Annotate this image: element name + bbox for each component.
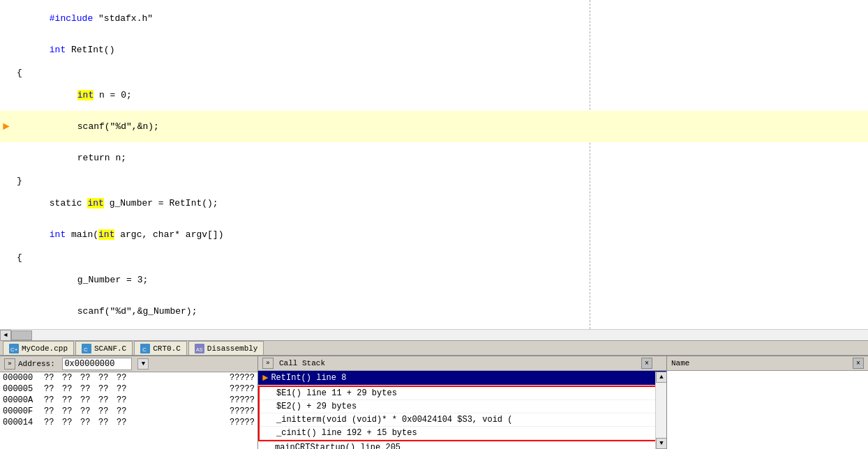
svg-text:C: C: [142, 347, 147, 353]
call-stack-item-0-text: RetInt() line 8: [271, 373, 346, 383]
code-line-13-content: return g_Number;: [3, 327, 165, 329]
scroll-left-button[interactable]: ◄: [0, 330, 11, 341]
tab-disassembly-label: Disassembly: [207, 344, 258, 353]
code-line-7-content: }: [3, 176, 22, 186]
code-line-9: int main(int argc, char* argv[]): [0, 219, 868, 250]
call-stack-panel: » Call Stack × ► RetInt() line 8 $E1() l…: [258, 356, 667, 449]
call-stack-arrow-0: ►: [262, 372, 268, 383]
memory-row-4: 000014 ?? ?? ?? ?? ?? ?????: [0, 417, 257, 428]
call-stack-item-3-text: _initterm(void (void)* * 0x00424104 $S3,…: [276, 415, 512, 425]
c-icon-2: C: [140, 344, 150, 353]
code-line-7: }: [0, 174, 868, 188]
asm-icon: AS: [195, 344, 204, 353]
mem-bytes-1: ?? ?? ?? ?? ??: [44, 384, 227, 394]
call-stack-item-4[interactable]: mainCRTStartup() line 205: [258, 441, 666, 449]
svg-text:C+: C+: [10, 347, 18, 353]
bottom-panels: » Address: ▼ 000000 ?? ?? ?? ?? ?? ?????…: [0, 356, 868, 449]
address-scroll-btn[interactable]: ▼: [137, 358, 149, 370]
address-input[interactable]: [62, 358, 132, 370]
int-kw-1: int: [50, 45, 66, 55]
memory-row-1: 000005 ?? ?? ?? ?? ?? ?????: [0, 383, 257, 395]
mem-addr-0: 000000: [3, 373, 41, 383]
scrollbar-up-btn[interactable]: ▲: [656, 372, 667, 383]
memory-panel: » Address: ▼ 000000 ?? ?? ?? ?? ?? ?????…: [0, 356, 258, 449]
debug-arrow: ►: [3, 121, 10, 133]
address-label-header: Address:: [18, 360, 59, 368]
int-kw-5: int: [98, 229, 114, 240]
mem-chars-2: ?????: [230, 395, 255, 405]
memory-panel-expand[interactable]: »: [4, 358, 15, 370]
call-stack-item-4-text: mainCRTStartup() line 205: [275, 443, 401, 449]
tab-disassembly[interactable]: AS Disassembly: [188, 341, 264, 355]
tab-scanf-c[interactable]: C SCANF.C: [75, 341, 133, 355]
call-stack-item-0[interactable]: ► RetInt() line 8: [258, 371, 666, 386]
code-line-11-content: g_Number = 3;: [3, 264, 148, 296]
call-stack-header: » Call Stack ×: [258, 356, 666, 371]
memory-table: 000000 ?? ?? ?? ?? ?? ????? 000005 ?? ??…: [0, 372, 257, 428]
mem-chars-4: ?????: [230, 418, 255, 427]
code-line-6: return n;: [0, 142, 868, 174]
tab-crt0-c[interactable]: C CRT0.C: [134, 341, 187, 355]
int-kw-4: int: [50, 229, 66, 240]
mem-bytes-0: ?? ?? ?? ?? ??: [44, 373, 227, 383]
code-line-13: return g_Number;: [0, 327, 868, 329]
red-border-box: $E1() line 11 + 29 bytes $E2() + 29 byte…: [258, 386, 666, 441]
mem-addr-1: 000005: [3, 384, 41, 394]
mem-chars-0: ?????: [230, 373, 255, 383]
svg-text:C: C: [84, 347, 88, 353]
code-line-2-content: int RetInt(): [3, 34, 114, 66]
tab-scanf-label: SCANF.C: [94, 344, 126, 353]
scrollbar-down-btn[interactable]: ▼: [656, 438, 667, 449]
call-stack-item-3[interactable]: _initterm(void (void)* * 0x00424104 $S3,…: [260, 413, 665, 427]
include-kw: #include: [50, 13, 93, 24]
name-panel-title: Name: [671, 359, 689, 367]
mem-bytes-4: ?? ?? ?? ?? ??: [44, 418, 227, 427]
code-line-12-content: scanf("%d",&g_Number);: [3, 296, 197, 327]
scroll-thumb[interactable]: [11, 330, 32, 340]
code-line-2: int RetInt(): [0, 34, 868, 66]
tab-bar: C+ MyCode.cpp C SCANF.C C CRT0.C AS Disa…: [0, 340, 868, 356]
call-stack-close[interactable]: ×: [641, 358, 652, 369]
call-stack-scrollbar[interactable]: ▲ ▼: [655, 372, 666, 449]
svg-text:AS: AS: [196, 347, 203, 352]
code-line-9-content: int main(int argc, char* argv[]): [3, 219, 223, 250]
call-stack-item-3b-text: _cinit() line 192 + 15 bytes: [276, 428, 417, 438]
code-line-10-content: {: [3, 252, 22, 263]
mem-bytes-2: ?? ?? ?? ?? ??: [44, 395, 227, 405]
mem-chars-3: ?????: [230, 406, 255, 416]
code-line-3: {: [0, 66, 868, 79]
call-stack-list-wrapper: ► RetInt() line 8 $E1() line 11 + 29 byt…: [258, 371, 666, 449]
mem-chars-1: ?????: [230, 384, 255, 394]
call-stack-item-1[interactable]: $E1() line 11 + 29 bytes: [260, 387, 665, 400]
code-line-4: int n = 0;: [0, 79, 868, 111]
call-stack-item-3b[interactable]: _cinit() line 192 + 15 bytes: [260, 427, 665, 440]
call-stack-item-2-text: $E2() + 29 bytes: [276, 402, 357, 411]
tab-mycode-cpp[interactable]: C+ MyCode.cpp: [3, 341, 74, 355]
mem-addr-4: 000014: [3, 418, 41, 427]
name-panel-header: Name ×: [667, 356, 868, 371]
mem-addr-3: 00000F: [3, 406, 41, 416]
code-line-8: static int g_Number = RetInt();: [0, 188, 868, 219]
code-line-5: ► scanf("%d",&n);: [0, 111, 868, 142]
code-line-4-content: int n = 0;: [3, 79, 132, 111]
horizontal-scrollbar[interactable]: ◄: [0, 329, 868, 340]
code-line-6-content: return n;: [3, 142, 126, 174]
mem-addr-2: 00000A: [3, 395, 41, 405]
code-line-1: #include "stdafx.h": [0, 3, 868, 34]
call-stack-title: Call Stack: [279, 359, 325, 367]
int-kw-2: int: [77, 90, 93, 100]
code-line-3-content: {: [3, 68, 22, 78]
code-line-8-content: static int g_Number = RetInt();: [3, 188, 218, 219]
name-panel-close[interactable]: ×: [853, 358, 864, 369]
memory-row-2: 00000A ?? ?? ?? ?? ?? ?????: [0, 395, 257, 406]
code-line-1-content: #include "stdafx.h": [3, 3, 153, 34]
tab-crt0-label: CRT0.C: [153, 344, 181, 353]
mem-bytes-3: ?? ?? ?? ?? ??: [44, 406, 227, 416]
c-icon-1: C: [82, 344, 91, 353]
call-stack-item-2[interactable]: $E2() + 29 bytes: [260, 400, 665, 413]
call-stack-expand[interactable]: »: [262, 358, 274, 369]
int-kw-3: int: [87, 198, 103, 208]
cpp-icon: C+: [9, 344, 19, 353]
memory-row-0: 000000 ?? ?? ?? ?? ?? ?????: [0, 372, 257, 383]
memory-panel-header: » Address: ▼: [0, 356, 257, 372]
